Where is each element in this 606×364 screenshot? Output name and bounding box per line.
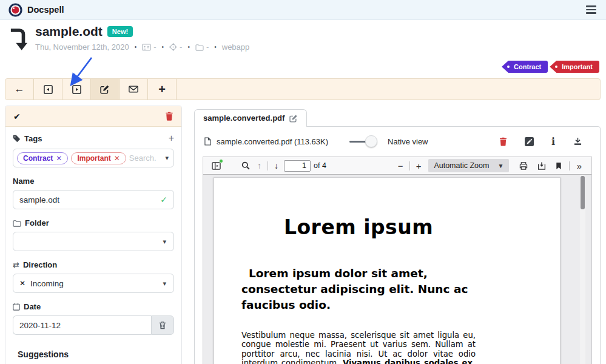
app-brand[interactable]: Docspell xyxy=(8,3,64,17)
pdf-page-input[interactable] xyxy=(284,160,311,172)
clear-date-button[interactable] xyxy=(151,315,174,335)
pdf-prev-page-button[interactable]: ↑ xyxy=(254,157,265,174)
pdf-more-tools-button[interactable]: » xyxy=(572,161,587,171)
native-view-toggle[interactable] xyxy=(349,135,375,147)
item-date: Thu, November 12th, 2020 xyxy=(35,42,129,52)
notification-dot xyxy=(219,159,223,163)
concerning-value: - xyxy=(180,42,182,52)
tags-dropdown-caret-icon[interactable]: ▾ xyxy=(165,154,170,162)
attachment-panel: sample.converted.pdf (113.63K) Native vi… xyxy=(194,126,601,364)
content-area: ✔ Tags + Contract ✕ xyxy=(5,106,601,364)
caret-square-right-icon xyxy=(72,85,81,94)
calendar-icon xyxy=(13,303,20,311)
name-value: sample.odt xyxy=(19,195,59,204)
chip-contract-label: Contract xyxy=(23,154,53,163)
file-meta-info-button[interactable]: i xyxy=(551,136,556,147)
pdf-scrollbar-thumb[interactable] xyxy=(581,176,585,209)
item-title: sample.odt xyxy=(35,24,103,39)
item-header: sample.odt New! Thu, November 12th, 2020… xyxy=(10,24,249,52)
pdf-zoom-in-button[interactable]: + xyxy=(412,161,425,171)
brand-label: Docspell xyxy=(27,5,64,15)
date-input[interactable]: 2020-11-12 xyxy=(13,315,151,335)
pdf-scrollbar[interactable] xyxy=(580,175,585,364)
folder-caret-icon: ▾ xyxy=(163,238,167,246)
pdf-print-button[interactable] xyxy=(514,162,533,170)
correspondent-value: - xyxy=(153,42,156,52)
folder-icon xyxy=(13,220,21,227)
folder-field-label: Folder xyxy=(13,218,174,228)
clear-direction-icon[interactable]: ✕ xyxy=(19,279,25,288)
tags-multiselect[interactable]: Contract ✕ Important ✕ ▾ xyxy=(13,149,174,167)
rename-attachment-icon[interactable] xyxy=(289,114,298,123)
bullet-separator: • xyxy=(162,44,164,50)
folder-icon xyxy=(195,44,204,51)
edit-square-icon xyxy=(525,137,534,146)
crosshair-icon xyxy=(169,43,177,51)
direction-label-text: Direction xyxy=(23,260,57,269)
delete-item-icon[interactable] xyxy=(165,112,173,121)
edit-icon xyxy=(100,84,110,94)
bullet-separator: • xyxy=(214,44,217,50)
back-arrow-icon: ← xyxy=(15,83,25,95)
direction-field-label: ⇄ Direction xyxy=(13,260,174,269)
search-icon xyxy=(241,161,250,170)
folder-select[interactable]: ▾ xyxy=(13,232,174,251)
document-subtitle: Lorem ipsum dolor sit amet, consectetur … xyxy=(241,266,476,313)
address-card-icon xyxy=(142,44,151,51)
add-files-button[interactable]: + xyxy=(148,79,177,99)
edit-extracted-button[interactable] xyxy=(525,137,534,146)
date-label-text: Date xyxy=(24,302,41,311)
pdf-bookmark-button[interactable] xyxy=(551,162,567,170)
attachment-tab[interactable]: sample.converted.pdf xyxy=(194,109,307,127)
tag-important[interactable]: Important xyxy=(550,61,599,73)
next-item-button[interactable] xyxy=(62,79,91,99)
file-icon xyxy=(204,137,211,146)
mail-button[interactable] xyxy=(120,79,148,99)
remove-important-icon[interactable]: ✕ xyxy=(114,154,120,163)
name-input[interactable]: sample.odt ✓ xyxy=(13,190,174,209)
bullet-separator: • xyxy=(187,44,190,50)
direction-select[interactable]: ✕ Incoming ▾ xyxy=(13,274,174,293)
download-attachment-button[interactable] xyxy=(574,137,582,146)
prev-item-button[interactable] xyxy=(34,79,62,99)
saved-check-icon: ✓ xyxy=(160,195,167,204)
add-tag-button[interactable]: + xyxy=(169,133,174,144)
back-button[interactable]: ← xyxy=(5,79,34,99)
pdf-sidebar-toggle-button[interactable] xyxy=(208,157,224,174)
direction-caret-icon: ▾ xyxy=(163,280,167,288)
pdf-next-page-button[interactable]: ↓ xyxy=(271,157,282,174)
native-view-label: Native view xyxy=(388,137,428,146)
edit-button[interactable] xyxy=(91,79,120,99)
chip-important[interactable]: Important ✕ xyxy=(71,152,126,164)
tag-search-input[interactable] xyxy=(129,153,163,163)
trash-outline-icon xyxy=(159,321,166,329)
confirm-button[interactable]: ✔ xyxy=(13,112,21,121)
pdf-search-button[interactable] xyxy=(238,157,254,174)
pdf-download-button[interactable] xyxy=(533,162,551,170)
file-info-text: sample.converted.pdf (113.63K) xyxy=(217,137,328,146)
download-icon xyxy=(574,137,582,146)
direction-value: Incoming xyxy=(30,279,64,288)
docspell-logo-icon xyxy=(8,3,22,17)
menu-icon[interactable] xyxy=(585,3,598,16)
printer-icon xyxy=(519,162,528,170)
new-badge: New! xyxy=(107,26,133,37)
remove-contract-icon[interactable]: ✕ xyxy=(56,154,62,163)
tag-contract[interactable]: Contract xyxy=(502,61,548,73)
chip-important-label: Important xyxy=(77,154,110,163)
chip-contract[interactable]: Contract ✕ xyxy=(17,152,68,164)
pdf-zoom-select[interactable]: Automatic Zoom ▼ xyxy=(428,159,509,172)
folder-value: - xyxy=(206,42,209,52)
tags-field-label: Tags + xyxy=(13,133,174,144)
delete-attachment-button[interactable] xyxy=(499,137,507,146)
pdf-viewer: ↑ ↓ of 4 − + Automatic Zoom ▼ xyxy=(203,157,592,364)
toolbar-divider xyxy=(569,161,570,170)
pdf-zoom-out-button[interactable]: − xyxy=(394,161,407,171)
edit-form-header: ✔ xyxy=(5,106,181,127)
pdf-page: Lorem ipsum Lorem ipsum dolor sit amet, … xyxy=(214,177,561,364)
correspondent-meta: - xyxy=(142,42,156,52)
document-paragraph: Vestibulum neque massa, scelerisque sit … xyxy=(241,331,476,364)
zoom-caret-icon: ▼ xyxy=(497,163,503,169)
caret-square-left-icon xyxy=(44,85,53,94)
name-field-label: Name xyxy=(13,177,174,186)
